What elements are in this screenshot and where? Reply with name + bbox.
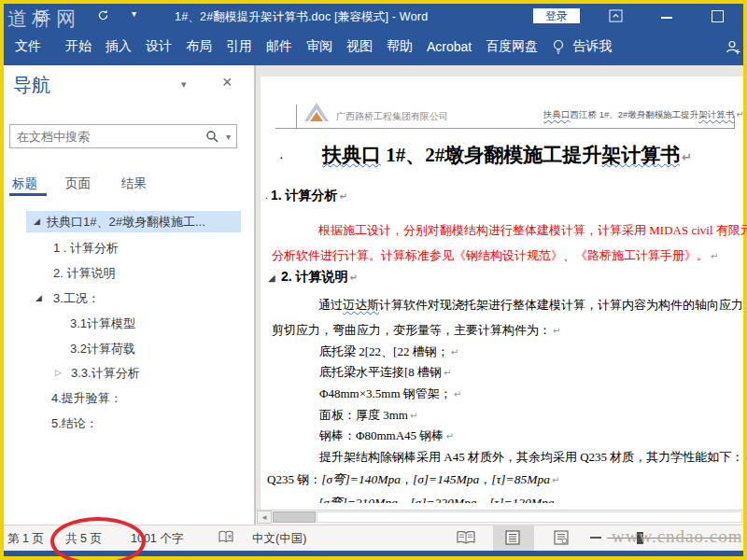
tab-mailings[interactable]: 邮件: [266, 38, 292, 55]
collapse-triangle-icon[interactable]: ▷: [55, 368, 62, 377]
list-item-text: 钢棒：Φ80mmA45 钢棒: [319, 428, 444, 442]
zoom-out-button[interactable]: [590, 537, 601, 539]
scroll-left-icon[interactable]: ◄: [257, 511, 272, 524]
tab-insert[interactable]: 插入: [106, 38, 132, 55]
document-search-box[interactable]: ▾: [9, 124, 237, 148]
doc-list-item: Φ48mm×3.5mm 钢管架；↵: [319, 385, 461, 402]
header-boundary-mark: [734, 116, 735, 129]
ribbon-tab-bar: 文件 开始 插入 设计 布局 引用 邮件 审阅 视图 帮助 Acrobat 百度…: [4, 28, 743, 65]
sign-in-person-icon[interactable]: [725, 39, 741, 55]
paragraph-mark: ↵: [410, 411, 417, 421]
paragraph-mark: ↵: [736, 109, 743, 119]
screenshot-frame: ▾ 1#、2#翻模提升架计算书.doc [兼容模式] - Word 登录 文件 …: [0, 0, 747, 560]
nav-heading-5[interactable]: 5.结论：: [51, 415, 98, 432]
nav-tab-pages[interactable]: 页面: [65, 175, 91, 192]
login-button[interactable]: 登录: [533, 8, 580, 23]
lightbulb-icon: [552, 39, 565, 55]
minimize-button[interactable]: [661, 17, 672, 19]
nav-heading-2[interactable]: 2. 计算说明: [53, 265, 115, 282]
doc-title-part1: 扶典口: [322, 144, 381, 166]
nav-heading-3-3[interactable]: 3.3.计算分析: [71, 365, 140, 382]
paragraph-mark: ↵: [444, 368, 451, 378]
navigation-pane-menu-icon[interactable]: ▾: [181, 78, 187, 91]
company-logo: [303, 102, 330, 123]
nav-active-tab-underline: [9, 193, 47, 196]
header-title-part1: 扶典口: [543, 109, 571, 119]
nav-tab-results[interactable]: 结果: [121, 175, 147, 192]
doc-paragraph-red-line2-text: 分析软件进行计算。计算标准参见《钢结构设计规范》、《路桥施工计算手册》。: [272, 248, 709, 262]
paragraph-mark: ↵: [451, 347, 458, 357]
expand-triangle-icon[interactable]: ◢: [35, 293, 42, 302]
doc-list-item: 底托梁水平连接[8 槽钢↵: [319, 364, 451, 381]
doc-list-item: 底托梁 2[22、[22 槽钢；↵: [319, 343, 458, 360]
doc-title-part2: 1#、2#墩身翻模施工提升: [381, 144, 601, 166]
doc-heading-2-text: 2. 计算说明: [281, 269, 348, 284]
navigation-pane-close-icon[interactable]: ×: [222, 73, 233, 92]
tab-layout[interactable]: 布局: [186, 38, 212, 55]
horizontal-scrollbar-track[interactable]: [317, 511, 742, 523]
print-layout-icon[interactable]: [504, 530, 521, 545]
search-options-dropdown-icon[interactable]: ▾: [226, 132, 231, 142]
web-layout-icon[interactable]: [553, 530, 570, 545]
nav-heading-root[interactable]: 扶典口1#、2#墩身翻模施工...: [47, 214, 205, 231]
doc-list-item: 面板：厚度 3mm↵: [319, 407, 417, 424]
page-header-title: 扶典口西江桥 1#、2#墩身翻模施工提升架计算书↵: [543, 109, 744, 121]
tab-file[interactable]: 文件: [15, 38, 41, 55]
search-icon[interactable]: [205, 130, 218, 143]
nav-heading-1[interactable]: 1 . 计算分析: [53, 240, 119, 257]
list-item-text: Φ48mm×3.5mm 钢管架；: [319, 386, 452, 400]
quick-access-dropdown-icon[interactable]: ▾: [132, 8, 136, 19]
formula-separator: ，: [479, 472, 491, 486]
horizontal-scrollbar-thumb[interactable]: [273, 511, 316, 523]
doc-heading-1-text: 1. 计算分析: [271, 188, 338, 203]
ribbon-display-options-icon[interactable]: [609, 9, 623, 22]
tab-design[interactable]: 设计: [146, 38, 172, 55]
page-header-company: 广西路桥工程集团有限公司: [336, 110, 448, 123]
nav-heading-3-1[interactable]: 3.1计算模型: [70, 315, 135, 332]
doc-formula-line: Q235 钢：[σ弯]=140Mpa，[σ]=145Mpa，[τ]=85Mpa↵: [267, 471, 559, 488]
title-bullet-mark: ·: [279, 149, 284, 164]
watermark-bottom-right: www.cndao.com: [612, 526, 743, 547]
nav-heading-3[interactable]: 3.工况：: [53, 290, 100, 307]
tab-baidu-netdisk[interactable]: 百度网盘: [486, 38, 538, 55]
maximize-button[interactable]: [712, 10, 724, 22]
doc-list-item: 钢棒：Φ80mmA45 钢棒↵: [319, 427, 454, 444]
proofing-errors-icon[interactable]: [218, 530, 234, 544]
list-item-text: 提升架结构除钢棒采用 A45 材质外，其余均采用 Q235 材质，其力学性能如下…: [319, 450, 743, 464]
status-language[interactable]: 中文(中国): [252, 531, 306, 547]
expand-triangle-icon[interactable]: ◢: [34, 217, 40, 226]
tab-acrobat[interactable]: Acrobat: [427, 39, 472, 54]
heading-collapse-triangle-icon[interactable]: ◢: [268, 273, 275, 283]
paragraph-mark: ↵: [553, 326, 560, 336]
redo-icon[interactable]: [97, 9, 109, 21]
para2-spellcheck-word: 迈达斯: [343, 298, 379, 312]
nav-tab-headings[interactable]: 标题: [12, 175, 37, 192]
header-title-part2: 西江桥 1#、2#墩身翻模施工提升: [571, 109, 699, 119]
doc-formula-line-clipped: [σ弯]=210Mpa [σ]=220Mpa [τ]=120Mpa: [318, 495, 555, 503]
nav-heading-3-2[interactable]: 3.2计算荷载: [70, 341, 135, 357]
header-title-part3: 架计算书: [698, 109, 734, 119]
tab-help[interactable]: 帮助: [387, 38, 413, 55]
read-mode-icon[interactable]: [457, 531, 475, 544]
paragraph-mark: ↵: [682, 150, 692, 164]
para2-line2-text: 剪切应力，弯曲应力，变形量等，主要计算构件为：: [272, 323, 551, 337]
formula-label: Q235 钢：: [267, 472, 321, 486]
paragraph-mark: ↵: [711, 251, 718, 261]
annotation-red-circle: [50, 517, 146, 560]
list-item-text: 底托梁 2[22、[22 槽钢；: [319, 344, 449, 358]
status-page-number[interactable]: 第 1 页: [7, 531, 44, 547]
tab-home[interactable]: 开始: [65, 38, 92, 55]
watermark-top-left: 道桥网: [7, 6, 80, 32]
para2-pre: 通过: [318, 298, 343, 312]
doc-paragraph2-line1: 通过迈达斯计算软件对现浇托架进行整体建模计算，计算内容为构件的轴向应力，: [318, 297, 747, 314]
doc-heading-2: 2. 计算说明↵: [281, 269, 358, 286]
tab-references[interactable]: 引用: [226, 38, 252, 55]
search-input[interactable]: [10, 129, 205, 145]
tab-review[interactable]: 审阅: [306, 38, 332, 55]
para2-post: 计算软件对现浇托架进行整体建模计算，计算内容为构件的轴向应力，: [379, 298, 747, 312]
list-item-text: 底托梁水平连接[8 槽钢: [319, 365, 442, 379]
title-bar: ▾ 1#、2#翻模提升架计算书.doc [兼容模式] - Word 登录: [4, 4, 743, 28]
tell-me-box[interactable]: 告诉我: [572, 38, 612, 55]
nav-heading-4[interactable]: 4.提升验算：: [51, 390, 122, 407]
tab-view[interactable]: 视图: [346, 38, 373, 55]
